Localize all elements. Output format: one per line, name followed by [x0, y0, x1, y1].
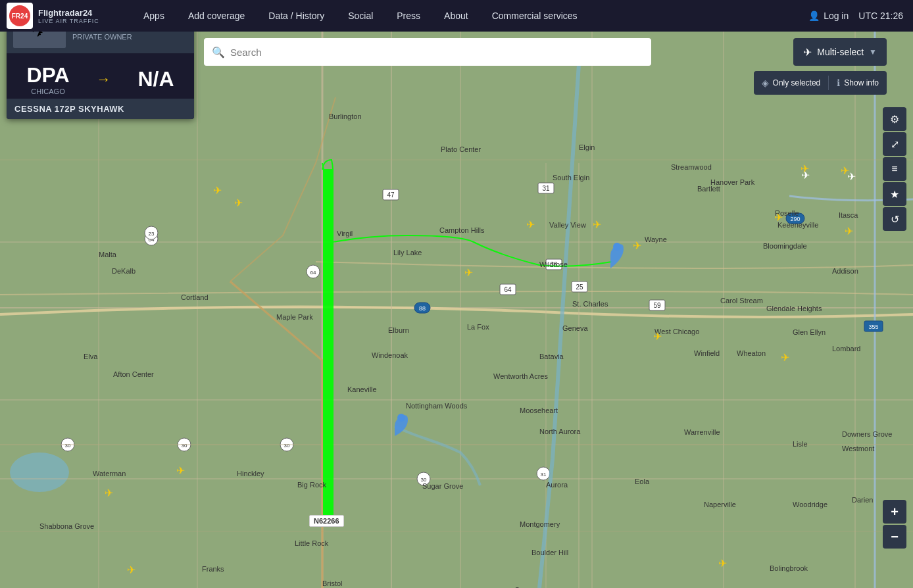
svg-text:64: 64: [504, 286, 512, 293]
nav-item-add-coverage[interactable]: Add coverage: [176, 0, 257, 32]
nav-links: Apps Add coverage Data / History Social …: [132, 0, 808, 32]
svg-text:30: 30: [182, 443, 187, 449]
zoom-in-button[interactable]: +: [883, 500, 906, 524]
favorites-button[interactable]: ★: [883, 182, 906, 206]
logo-sub: LIVE AIR TRAFFIC: [38, 18, 99, 24]
dest-code: N/A: [137, 67, 174, 91]
utc-label: UTC: [858, 11, 877, 21]
multi-select-bar[interactable]: ✈ Multi-select ▼: [793, 38, 887, 66]
filter-bar: ◈ Only selected ℹ Show info: [754, 71, 887, 95]
user-icon: 👤: [808, 11, 820, 21]
svg-text:47: 47: [387, 191, 395, 199]
logo-name: Flightradar24: [38, 8, 99, 18]
svg-text:25: 25: [576, 283, 583, 291]
filter-button[interactable]: ≡: [883, 157, 906, 181]
refresh-icon: ↺: [891, 213, 899, 226]
route-arrow: →: [97, 71, 111, 88]
login-button[interactable]: 👤 Log in: [808, 11, 849, 21]
svg-text:31: 31: [542, 185, 550, 192]
svg-text:30: 30: [65, 443, 71, 449]
logo-icon: FR24: [7, 3, 33, 29]
settings-icon: ⚙: [890, 113, 899, 126]
origin-code: DPA: [26, 63, 69, 87]
svg-point-4: [10, 453, 69, 492]
n62266-label[interactable]: N62266: [309, 515, 344, 527]
svg-text:64: 64: [310, 270, 316, 276]
logo-text-area: Flightradar24 LIVE AIR TRAFFIC: [38, 8, 99, 24]
origin-city: CHICAGO: [26, 87, 69, 95]
n62266-label-text: N62266: [314, 517, 339, 525]
search-input[interactable]: [230, 47, 643, 58]
svg-text:38: 38: [550, 261, 558, 268]
only-selected-button[interactable]: ◈ Only selected: [754, 71, 829, 95]
filter-icon: ≡: [891, 163, 897, 175]
show-info-button[interactable]: ℹ Show info: [829, 71, 887, 95]
svg-text:88: 88: [419, 305, 426, 312]
svg-text:355: 355: [868, 324, 878, 330]
expand-icon: ⤢: [891, 138, 899, 151]
minus-icon: −: [891, 529, 899, 545]
only-selected-label: Only selected: [773, 78, 821, 87]
svg-text:290: 290: [790, 216, 800, 222]
nav-item-social[interactable]: Social: [336, 0, 385, 32]
search-bar[interactable]: 🔍: [204, 38, 651, 66]
nav-item-commercial[interactable]: Commercial services: [480, 0, 589, 32]
navbar: FR24 Flightradar24 LIVE AIR TRAFFIC Apps…: [0, 0, 913, 32]
svg-text:FR24: FR24: [12, 12, 28, 20]
nav-item-data-history[interactable]: Data / History: [257, 0, 336, 32]
chevron-down-icon: ▼: [869, 47, 877, 57]
svg-text:31: 31: [541, 472, 547, 478]
show-info-label: Show info: [844, 78, 879, 87]
clock-time: 21:26: [880, 11, 903, 21]
info-icon: ℹ: [837, 78, 840, 88]
nav-item-press[interactable]: Press: [385, 0, 432, 32]
search-icon: 🔍: [212, 46, 225, 59]
logo-area[interactable]: FR24 Flightradar24 LIVE AIR TRAFFIC: [0, 0, 132, 32]
refresh-button[interactable]: ↺: [883, 207, 906, 231]
multi-select-button[interactable]: ✈ Multi-select ▼: [793, 38, 887, 66]
plus-icon: +: [891, 504, 899, 520]
route-section: DPA CHICAGO → N/A: [7, 53, 194, 99]
right-toolbar: ⚙ ⤢ ≡ ★ ↺: [883, 107, 906, 231]
multi-select-icon: ✈: [803, 46, 812, 59]
aircraft-type-section: CESSNA 172P SKYHAWK: [7, 99, 194, 119]
settings-button[interactable]: ⚙: [883, 107, 906, 131]
svg-point-60: [397, 414, 405, 422]
zoom-out-button[interactable]: −: [883, 525, 906, 549]
multi-select-label: Multi-select: [817, 47, 864, 57]
flight-owner: PRIVATE OWNER: [72, 33, 187, 41]
expand-button[interactable]: ⤢: [883, 132, 906, 156]
svg-point-59: [613, 243, 621, 251]
svg-text:30: 30: [284, 443, 290, 449]
svg-text:30: 30: [421, 477, 427, 483]
zoom-controls: + −: [883, 500, 906, 549]
nav-item-apps[interactable]: Apps: [132, 0, 176, 32]
dest-area: N/A: [137, 67, 174, 91]
nav-right: 👤 Log in UTC 21:26: [808, 11, 913, 21]
origin-area: DPA CHICAGO: [26, 63, 69, 95]
star-icon: ★: [890, 188, 899, 201]
svg-text:59: 59: [653, 302, 661, 309]
utc-time: UTC 21:26: [858, 11, 903, 21]
svg-text:23: 23: [149, 231, 155, 237]
login-label: Log in: [824, 11, 849, 21]
nav-item-about[interactable]: About: [432, 0, 480, 32]
filter-icon: ◈: [762, 78, 769, 88]
